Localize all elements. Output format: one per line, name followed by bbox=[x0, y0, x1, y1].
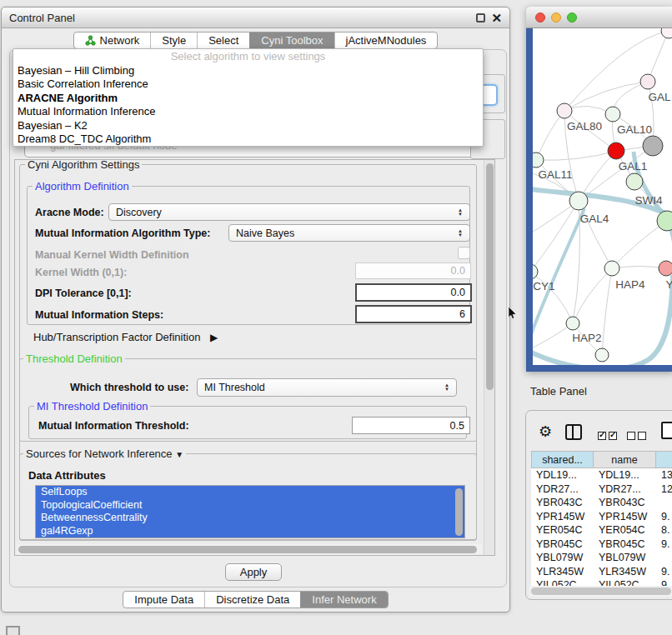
table-cell-name[interactable]: YDR27... bbox=[594, 483, 656, 495]
network-node-GAL10[interactable] bbox=[605, 107, 620, 122]
table-cell-name[interactable]: YPR145W bbox=[594, 511, 656, 522]
table-cell-v[interactable]: 9. bbox=[656, 538, 672, 550]
tab-infer-network[interactable]: Infer Network bbox=[300, 592, 387, 608]
data-attribute-item[interactable]: BetweennessCentrality bbox=[36, 512, 464, 525]
manual-kernel-checkbox[interactable] bbox=[458, 247, 470, 259]
close-traffic-light-icon[interactable] bbox=[535, 12, 545, 22]
table-row[interactable]: YBL079WYBL079W bbox=[531, 551, 672, 565]
collapse-down-arrow-icon[interactable]: ▼ bbox=[175, 450, 183, 459]
collapsed-panel-icon[interactable] bbox=[6, 626, 20, 635]
dropdown-item[interactable]: Dream8 DC_TDC Algorithm bbox=[13, 132, 483, 146]
network-node-GAL4[interactable] bbox=[569, 192, 588, 210]
table-row[interactable]: YDR27...YDR27...12 bbox=[531, 482, 672, 497]
table-cell-v[interactable]: 9. bbox=[656, 566, 672, 578]
table-row[interactable]: YIL052CYIL052C9 bbox=[531, 578, 672, 586]
table-cell-v[interactable]: 12 bbox=[656, 483, 672, 495]
table-row[interactable]: YDL19...YDL19...13 bbox=[531, 468, 672, 482]
dpi-tolerance-field[interactable]: 0.0 bbox=[355, 283, 472, 302]
split-columns-icon[interactable] bbox=[565, 424, 582, 440]
table-row[interactable]: YER054CYER054C8. bbox=[531, 523, 672, 538]
network-node[interactable] bbox=[661, 28, 672, 38]
gear-icon[interactable]: ⚙ bbox=[539, 424, 552, 439]
network-node-HAP2[interactable] bbox=[566, 317, 579, 330]
table-cell-shared[interactable]: YIL052C bbox=[531, 579, 594, 586]
mi-threshold-field[interactable]: 0.5 bbox=[352, 417, 470, 434]
aracne-mode-select[interactable]: Discovery ▲▼ bbox=[108, 203, 470, 221]
tab-network[interactable]: Network bbox=[74, 32, 151, 48]
new-table-icon[interactable] bbox=[661, 422, 672, 439]
mi-type-select[interactable]: Naive Bayes ▲▼ bbox=[228, 224, 470, 242]
table-cell-name[interactable]: YLR345W bbox=[594, 566, 656, 578]
table-cell-name[interactable]: YER054C bbox=[594, 524, 656, 536]
table-cell-shared[interactable]: YPR145W bbox=[531, 511, 594, 522]
minimize-traffic-light-icon[interactable] bbox=[551, 12, 561, 22]
dropdown-item[interactable]: Bayesian – K2 bbox=[13, 119, 483, 132]
which-threshold-select[interactable]: MI Threshold ▲▼ bbox=[197, 378, 457, 397]
column-header-name[interactable]: name bbox=[594, 451, 656, 468]
settings-vertical-scrollbar[interactable] bbox=[484, 160, 495, 556]
network-node-SWI4[interactable] bbox=[626, 173, 643, 190]
network-edge[interactable] bbox=[536, 151, 616, 160]
dropdown-item[interactable]: Mutual Information Inference bbox=[13, 105, 483, 118]
network-graph[interactable]: GALGAL80GAL10GAL1GAL11SWI4GAL4GCY1HAP4YH… bbox=[533, 28, 672, 365]
tab-jactivemnodules[interactable]: jActiveMNodules bbox=[334, 32, 438, 48]
dropdown-placeholder[interactable]: Select algorithm to view settings bbox=[13, 49, 483, 64]
table-cell-v[interactable]: 9. bbox=[656, 511, 672, 522]
network-edge[interactable] bbox=[536, 111, 564, 160]
table-cell-name[interactable]: YBR043C bbox=[594, 497, 656, 508]
table-cell-v[interactable]: 9 bbox=[656, 579, 672, 586]
attr-list-scrollbar[interactable] bbox=[455, 488, 463, 536]
table-cell-shared[interactable]: YBL079W bbox=[531, 552, 594, 563]
zoom-traffic-light-icon[interactable] bbox=[567, 12, 577, 22]
close-panel-icon[interactable]: ✕ bbox=[491, 13, 502, 22]
dropdown-item[interactable]: Basic Correlation Inference bbox=[13, 78, 483, 91]
data-attribute-item[interactable]: gal4RGexp bbox=[36, 525, 464, 538]
column-header-partial[interactable] bbox=[656, 451, 672, 468]
table-horizontal-scrollbar[interactable] bbox=[529, 586, 672, 597]
settings-horizontal-scrollbar[interactable] bbox=[17, 544, 482, 555]
network-edge[interactable] bbox=[612, 221, 667, 268]
hub-definition-toggle[interactable]: Hub/Transcription Factor Definition ▶ bbox=[33, 331, 218, 343]
deselect-all-columns-icon[interactable] bbox=[627, 428, 649, 443]
table-cell-v[interactable]: 8. bbox=[656, 524, 672, 536]
network-window-titlebar[interactable] bbox=[526, 7, 672, 28]
dropdown-item[interactable]: ARACNE Algorithm bbox=[13, 92, 483, 105]
table-cell-shared[interactable]: YDL19... bbox=[531, 469, 594, 481]
table-cell-shared[interactable]: YDR27... bbox=[531, 483, 594, 495]
table-cell-name[interactable]: YIL052C bbox=[594, 579, 656, 586]
network-canvas[interactable]: GALGAL80GAL10GAL1GAL11SWI4GAL4GCY1HAP4YH… bbox=[533, 28, 672, 365]
network-edge[interactable] bbox=[612, 267, 666, 269]
select-all-columns-icon[interactable]: ✓✓ bbox=[598, 428, 619, 443]
tab-discretize-data[interactable]: Discretize Data bbox=[204, 592, 300, 608]
dropdown-item[interactable]: Bayesian – Hill Climbing bbox=[13, 64, 483, 78]
table-cell-name[interactable]: YBR045C bbox=[594, 538, 656, 550]
network-node-GAL11[interactable] bbox=[533, 152, 544, 168]
table-cell-shared[interactable]: YBR043C bbox=[531, 497, 594, 508]
table-row[interactable]: YBR043CYBR043C bbox=[531, 496, 672, 510]
kernel-width-field[interactable]: 0.0 bbox=[355, 262, 471, 279]
network-node-GAL80[interactable] bbox=[557, 103, 572, 118]
mi-steps-field[interactable]: 6 bbox=[355, 305, 472, 323]
table-cell-name[interactable]: YBL079W bbox=[594, 552, 656, 563]
tab-style[interactable]: Style bbox=[150, 32, 197, 48]
column-header-shared-name[interactable]: shared... bbox=[531, 451, 594, 468]
network-node-Y[interactable] bbox=[659, 261, 672, 276]
network-node[interactable] bbox=[643, 136, 663, 156]
table-row[interactable]: YPR145WYPR145W9. bbox=[531, 510, 672, 524]
data-attribute-item[interactable]: TopologicalCoefficient bbox=[36, 499, 464, 512]
tab-cyni-toolbox[interactable]: Cyni Toolbox bbox=[249, 32, 333, 48]
tab-select[interactable]: Select bbox=[197, 32, 249, 48]
table-cell-shared[interactable]: YER054C bbox=[531, 524, 594, 536]
apply-button[interactable]: Apply bbox=[225, 563, 282, 581]
table-cell-shared[interactable]: YBR045C bbox=[531, 538, 594, 550]
table-row[interactable]: YLR345WYLR345W9. bbox=[531, 565, 672, 579]
float-window-icon[interactable] bbox=[476, 13, 485, 22]
network-edge[interactable] bbox=[533, 323, 573, 350]
table-cell-shared[interactable]: YLR345W bbox=[531, 566, 594, 578]
network-edge[interactable] bbox=[602, 268, 612, 355]
table-cell-v[interactable]: 13 bbox=[656, 469, 672, 481]
network-edge[interactable] bbox=[648, 31, 669, 82]
tab-impute-data[interactable]: Impute Data bbox=[123, 592, 204, 608]
data-attribute-item[interactable]: SelfLoops bbox=[36, 486, 464, 499]
table-row[interactable]: YBR045CYBR045C9. bbox=[531, 538, 672, 552]
